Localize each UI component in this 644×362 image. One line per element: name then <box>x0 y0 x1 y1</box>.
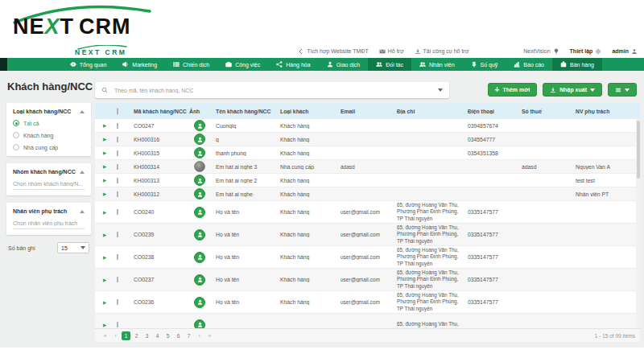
chevron-up-icon[interactable] <box>80 110 85 113</box>
nav-item-đối-tác[interactable]: Đối tác <box>368 58 411 71</box>
utility-item[interactable]: NextVision <box>523 48 559 55</box>
table-row[interactable]: ▶CO0240Họ và tênKhách hànguser@gmail.com… <box>95 201 640 224</box>
page-first-button[interactable]: « <box>101 331 109 340</box>
row-expand-arrow-icon[interactable]: ▶ <box>95 164 114 169</box>
row-expand-arrow-icon[interactable]: ▶ <box>95 123 114 128</box>
row-expand-arrow-icon[interactable]: ▶ <box>95 137 114 142</box>
scrollbar-thumb[interactable] <box>637 121 640 179</box>
nav-item-label: Đối tác <box>386 62 403 68</box>
chevron-up-icon[interactable] <box>80 171 85 174</box>
logo-text: NEXTCRM <box>13 14 131 39</box>
staff-filter-input[interactable] <box>13 217 85 229</box>
table-row[interactable]: ▶KH000315thanh phungKhách hàng0354351358 <box>95 146 640 160</box>
utility-item[interactable]: Thiết lập <box>570 48 602 55</box>
row-checkbox[interactable] <box>117 209 118 215</box>
utility-item[interactable]: Tải công cụ hỗ trợ <box>415 48 469 55</box>
type-option-khách-hàng[interactable]: Khách hàng <box>13 132 85 138</box>
page-next-button[interactable]: › <box>195 331 204 340</box>
nav-item-tổng-quan[interactable]: Tổng quan <box>62 58 114 71</box>
table-row[interactable]: ▶KH000316gKhách hàng034554777 <box>95 133 640 146</box>
radio-icon[interactable] <box>13 132 19 138</box>
row-checkbox[interactable] <box>117 299 118 305</box>
people-icon <box>419 61 426 68</box>
records-select[interactable]: 15 <box>57 242 89 253</box>
table-row[interactable]: ▶CO0247CuonglqKhách hàng0394857674 <box>95 119 640 133</box>
nav-item-giao-dịch[interactable]: Giao dịch <box>319 58 369 71</box>
email-cell: user@gmail.com <box>338 254 394 260</box>
utility-item[interactable]: Hỗ trợ <box>379 48 404 55</box>
page-button-6[interactable]: 6 <box>174 331 183 340</box>
nav-item-nhân-viên[interactable]: Nhân viên <box>411 58 463 71</box>
nav-item-số-quỹ[interactable]: $Số quỹ <box>463 58 506 71</box>
row-checkbox-cell <box>114 150 131 156</box>
table-row[interactable]: ▶CO0238Họ và tênKhách hànguser@gmail.com… <box>95 246 640 269</box>
avatar <box>194 175 205 186</box>
import-export-button[interactable]: Nhập xuất <box>543 83 602 97</box>
row-expand-arrow-icon[interactable]: ▶ <box>95 150 114 155</box>
row-checkbox[interactable] <box>117 178 118 183</box>
page-button-5[interactable]: 5 <box>163 331 172 340</box>
page-button-7[interactable]: 7 <box>184 331 193 340</box>
table-row[interactable]: ▶65, đường Hoàng Văn Thụ, <box>95 314 640 328</box>
table-row[interactable]: ▶KH000314Em hát ai nghe 3Nhà cung cấpáda… <box>95 160 640 174</box>
row-checkbox[interactable] <box>117 191 118 197</box>
customer-type-cell: Khách hàng <box>278 209 338 215</box>
row-checkbox[interactable] <box>117 322 118 327</box>
radio-icon[interactable] <box>13 144 19 150</box>
nav-collapse-block[interactable] <box>0 58 7 71</box>
nav-item-công-việc[interactable]: Công việc <box>217 58 268 71</box>
page-last-button[interactable]: » <box>205 331 214 340</box>
phone-cell: 034554777 <box>465 137 519 142</box>
list-options-button[interactable] <box>608 83 637 97</box>
logo-part: CRM <box>79 14 131 39</box>
utility-item[interactable]: Tích hợp Website TMĐT <box>298 48 368 55</box>
row-checkbox[interactable] <box>117 254 118 260</box>
row-expand-arrow-icon[interactable]: ▶ <box>95 191 114 196</box>
row-checkbox[interactable] <box>117 150 118 156</box>
search-dropdown-caret-icon[interactable] <box>438 88 443 92</box>
nav-item-báo-cáo[interactable]: Báo cáo <box>506 58 552 71</box>
table-row[interactable]: ▶CO0239Họ và tênKhách hànguser@gmail.com… <box>95 224 640 246</box>
row-checkbox[interactable] <box>117 277 118 282</box>
row-expand-arrow-icon[interactable]: ▶ <box>95 278 114 282</box>
search-input[interactable] <box>113 87 433 94</box>
row-expand-arrow-icon[interactable]: ▶ <box>95 255 114 260</box>
nav-item-marketing[interactable]: Marketing <box>114 58 165 71</box>
group-filter-input[interactable] <box>13 178 85 190</box>
add-new-button[interactable]: + Thêm mới <box>488 83 538 97</box>
page-button-4[interactable]: 4 <box>153 331 162 340</box>
page-button-2[interactable]: 2 <box>132 331 141 340</box>
radio-icon[interactable] <box>13 120 19 126</box>
type-option-tất-cả[interactable]: Tất cả <box>13 120 85 126</box>
utility-item[interactable]: admin <box>612 48 638 55</box>
nav-item-bán-hàng[interactable]: Bán hàng <box>552 58 602 71</box>
page-prev-button[interactable]: ‹ <box>111 331 120 340</box>
nav-item-hàng-hóa[interactable]: Hàng hóa <box>268 58 318 71</box>
row-checkbox[interactable] <box>117 123 118 129</box>
email-cell: user@gmail.com <box>338 277 394 282</box>
table-row[interactable]: ▶KH000312Em hát ai ngheKhách hàngNhân vi… <box>95 187 640 201</box>
page-button-3[interactable]: 3 <box>142 331 151 340</box>
row-expand-arrow-icon[interactable]: ▶ <box>95 323 114 327</box>
nav-item-chiến-dịch[interactable]: Chiến dịch <box>165 58 217 71</box>
nextcrm-logo-small[interactable]: NEXT CRM <box>75 45 131 57</box>
nextcrm-logo: NEXTCRM <box>11 3 156 43</box>
table-row[interactable]: ▶CO0237Họ và tênKhách hànguser@gmail.com… <box>95 269 640 291</box>
page-button-1[interactable]: 1 <box>122 331 130 340</box>
table-row[interactable]: ▶CO0236Họ và tênKhách hànguser@gmail.com… <box>95 291 640 314</box>
row-expand-arrow-icon[interactable]: ▶ <box>95 300 114 305</box>
row-expand-arrow-icon[interactable]: ▶ <box>95 232 114 237</box>
vertical-scrollbar[interactable] <box>636 119 640 328</box>
row-checkbox[interactable] <box>117 232 118 237</box>
row-checkbox[interactable] <box>117 137 118 142</box>
table-row[interactable]: ▶KH000313Em hát ai nghe 2Khách hàngtest … <box>95 174 640 187</box>
type-filter-options: Tất cảKhách hàngNhà cung cấp <box>13 120 85 150</box>
chevron-up-icon[interactable] <box>80 210 85 213</box>
column-header: Mã khách hàng/NCC <box>131 109 187 114</box>
row-expand-arrow-icon[interactable]: ▶ <box>95 178 114 183</box>
row-expand-arrow-icon[interactable]: ▶ <box>95 210 114 215</box>
select-all-checkbox[interactable] <box>117 108 118 115</box>
row-checkbox[interactable] <box>117 164 118 170</box>
utility-item-label: Hỗ trợ <box>388 48 404 54</box>
type-option-nhà-cung-cấp[interactable]: Nhà cung cấp <box>13 144 85 150</box>
